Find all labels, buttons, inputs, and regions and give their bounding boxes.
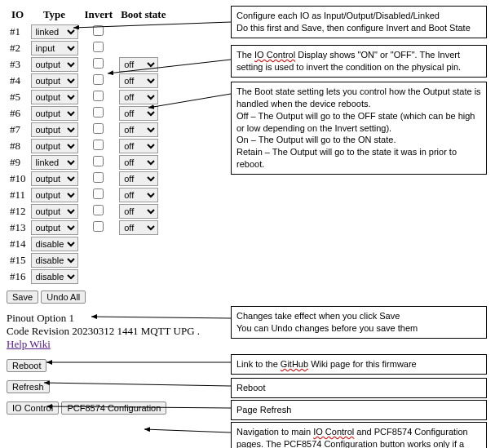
undo-all-button[interactable]: Undo All (41, 291, 86, 304)
save-button[interactable]: Save (7, 291, 38, 304)
col-type: Type (29, 8, 80, 23)
reboot-button[interactable]: Reboot (7, 359, 46, 372)
invert-checkbox[interactable] (93, 74, 104, 85)
bootstate-select[interactable]: off (119, 220, 158, 235)
row-id: #16 (8, 269, 28, 284)
bootstate-select[interactable]: off (119, 122, 158, 137)
invert-checkbox[interactable] (93, 205, 104, 215)
col-invert: Invert (82, 8, 117, 23)
col-boot: Boot state (117, 8, 169, 23)
row-id: #7 (8, 122, 28, 137)
row-id: #8 (8, 139, 28, 153)
table-row: #10outputoff (8, 171, 169, 186)
table-row: #12outputoff (8, 204, 169, 219)
type-select[interactable]: output (31, 188, 78, 202)
row-id: #2 (8, 41, 28, 55)
table-row: #9linkedoff (8, 155, 169, 170)
callout-invert: The IO Control Display shows "ON" or "OF… (231, 45, 487, 78)
invert-checkbox[interactable] (93, 172, 104, 183)
table-row: #1linked (8, 24, 169, 39)
table-row: #13outputoff (8, 220, 169, 235)
bootstate-select[interactable]: off (119, 90, 158, 104)
type-select[interactable]: output (31, 204, 78, 219)
callout-help-wiki: Link to the GitHub Wiki page for this fi… (231, 354, 487, 375)
type-select[interactable]: linked (31, 155, 78, 170)
type-select[interactable]: output (31, 106, 78, 121)
table-row: #8outputoff (8, 139, 169, 153)
callout-configure-io: Configure each IO as Input/Output/Disabl… (231, 7, 487, 38)
io-control-button[interactable]: IO Control (7, 401, 59, 415)
table-row: #14disabled (8, 237, 169, 251)
row-id: #11 (8, 188, 28, 202)
bootstate-select[interactable]: off (119, 171, 158, 186)
type-select[interactable]: output (31, 171, 78, 186)
callout-reboot: Reboot (231, 378, 487, 398)
refresh-button[interactable]: Refresh (7, 380, 50, 393)
bootstate-select[interactable]: off (119, 155, 158, 170)
callout-save-undo: Changes take effect when you click Save … (231, 306, 487, 339)
invert-checkbox[interactable] (93, 123, 104, 134)
invert-checkbox[interactable] (93, 107, 104, 118)
type-select[interactable]: output (31, 90, 78, 104)
invert-checkbox[interactable] (93, 58, 104, 69)
invert-checkbox[interactable] (93, 156, 104, 166)
table-row: #16disabled (8, 269, 169, 284)
type-select[interactable]: input (31, 41, 78, 55)
row-id: #9 (8, 155, 28, 170)
invert-checkbox[interactable] (93, 25, 104, 36)
row-id: #13 (8, 220, 28, 235)
type-select[interactable]: disabled (31, 253, 78, 268)
invert-checkbox[interactable] (93, 189, 104, 199)
bootstate-select[interactable]: off (119, 188, 158, 202)
invert-checkbox[interactable] (93, 42, 104, 52)
table-row: #7outputoff (8, 122, 169, 137)
table-row: #2input (8, 41, 169, 55)
callout-refresh: Page Refresh (231, 400, 487, 415)
bootstate-select[interactable]: off (119, 57, 158, 72)
type-select[interactable]: output (31, 73, 78, 88)
invert-checkbox[interactable] (93, 140, 104, 150)
type-select[interactable]: output (31, 220, 78, 235)
row-id: #3 (8, 57, 28, 72)
invert-checkbox[interactable] (93, 91, 104, 101)
bootstate-select[interactable]: off (119, 106, 158, 121)
table-row: #3outputoff (8, 57, 169, 72)
table-row: #15disabled (8, 253, 169, 268)
bootstate-select[interactable]: off (119, 139, 158, 153)
table-row: #6outputoff (8, 106, 169, 121)
row-id: #5 (8, 90, 28, 104)
type-select[interactable]: output (31, 139, 78, 153)
row-id: #15 (8, 253, 28, 268)
row-id: #4 (8, 73, 28, 88)
bootstate-select[interactable]: off (119, 73, 158, 88)
type-select[interactable]: linked (31, 24, 78, 39)
table-row: #4outputoff (8, 73, 169, 88)
pcf8574-config-button[interactable]: PCF8574 Configuration (61, 401, 166, 415)
row-id: #1 (8, 24, 28, 39)
io-table: IO Type Invert Boot state #1linked#2inpu… (7, 7, 170, 286)
type-select[interactable]: disabled (31, 269, 78, 284)
row-id: #10 (8, 171, 28, 186)
callout-bootstate: The Boot state setting lets you control … (231, 82, 487, 175)
table-row: #5outputoff (8, 90, 169, 104)
type-select[interactable]: output (31, 57, 78, 72)
col-io: IO (8, 8, 28, 23)
invert-checkbox[interactable] (93, 221, 104, 232)
bootstate-select[interactable]: off (119, 204, 158, 219)
type-select[interactable]: output (31, 122, 78, 137)
table-row: #11outputoff (8, 188, 169, 202)
row-id: #14 (8, 237, 28, 251)
help-wiki-link[interactable]: Help Wiki (7, 338, 51, 350)
row-id: #12 (8, 204, 28, 219)
row-id: #6 (8, 106, 28, 121)
type-select[interactable]: disabled (31, 237, 78, 251)
